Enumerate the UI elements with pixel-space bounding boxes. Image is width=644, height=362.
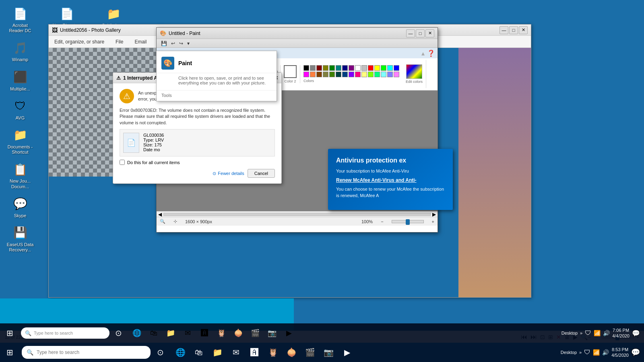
color-swatch-0[interactable]: [303, 65, 309, 71]
store-icon[interactable]: 🛍: [190, 343, 208, 361]
color-swatch-9[interactable]: [361, 65, 367, 71]
inner-amazon-icon[interactable]: 🅰: [196, 324, 213, 342]
camera-icon[interactable]: 📷: [320, 343, 337, 361]
color-swatch-18[interactable]: [323, 72, 328, 77]
explorer-icon[interactable]: 📁: [208, 343, 226, 361]
gallery-file-btn[interactable]: File: [114, 38, 125, 45]
color-swatch-20[interactable]: [336, 72, 341, 77]
color-swatch-11[interactable]: [374, 65, 380, 71]
desktop-icon-newdoc[interactable]: 📋 New Jou... Docum...: [4, 160, 36, 191]
zoom-slider[interactable]: [392, 220, 424, 223]
taskview-btn[interactable]: ⊙: [151, 343, 169, 361]
gallery-maximize-btn[interactable]: □: [509, 26, 518, 34]
color-swatch-12[interactable]: [381, 65, 386, 71]
paint-undo-quick[interactable]: ↩: [170, 40, 176, 47]
color-swatch-8[interactable]: [355, 65, 361, 71]
paint-select-icon[interactable]: ⊹: [173, 219, 177, 224]
paint-help-btn[interactable]: ❓: [427, 49, 435, 57]
paint-dropdown-quick[interactable]: ▾: [186, 40, 191, 47]
desktop-icon-acrobat[interactable]: 📄 Acrobat Reader DC: [4, 4, 36, 35]
desktop-icon-skype[interactable]: 💬 Skype: [4, 194, 36, 220]
inner-ie-icon[interactable]: 🌐: [129, 324, 145, 342]
fewer-details-btn[interactable]: ⊙ Fewer details: [213, 169, 244, 178]
amazon-icon[interactable]: 🅰: [246, 343, 263, 361]
paint-window-controls[interactable]: — □ ✕: [406, 29, 434, 37]
color-swatch-7[interactable]: [349, 65, 354, 71]
edit-colors-btn[interactable]: [406, 64, 422, 79]
mcafee-link[interactable]: Renew McAfee Anti-Virus and Anti-: [336, 177, 445, 183]
color-swatch-29[interactable]: [394, 72, 399, 77]
desktop-icon-winamp[interactable]: 🎵 Winamp: [4, 38, 36, 64]
gallery-email-btn[interactable]: Email: [133, 38, 148, 45]
color-swatch-17[interactable]: [316, 72, 322, 77]
color-swatch-13[interactable]: [387, 65, 393, 71]
media-icon[interactable]: ▶: [338, 343, 356, 361]
search-input[interactable]: [37, 350, 146, 355]
paint-zoom-icon[interactable]: 🔍: [160, 219, 165, 224]
expand-systray-btn[interactable]: »: [579, 350, 582, 355]
scrollbar-track[interactable]: [163, 213, 431, 216]
inner-mail-icon[interactable]: ✉: [180, 324, 196, 342]
paint-ribbon-toggle[interactable]: ▴: [421, 49, 425, 57]
ie-icon[interactable]: 🌐: [171, 343, 189, 361]
tor-icon[interactable]: 🧅: [283, 343, 300, 361]
desktop-icon-easeus[interactable]: 💾 EaseUS Data Recovery...: [4, 223, 36, 254]
paint-save-quick[interactable]: 💾: [160, 40, 168, 47]
paint-redo-quick[interactable]: ↪: [178, 40, 184, 47]
paint-zoom-plus[interactable]: +: [432, 219, 434, 224]
inner-store-icon[interactable]: 🛍: [146, 324, 162, 342]
color-swatch-25[interactable]: [368, 72, 374, 77]
inner-cam-icon[interactable]: 📷: [264, 324, 280, 342]
notification-center-btn[interactable]: 💬: [631, 348, 640, 357]
scroll-left-btn[interactable]: ◀: [157, 212, 163, 217]
color-swatch-6[interactable]: [342, 65, 348, 71]
start-button[interactable]: ⊞: [0, 343, 19, 362]
cancel-btn[interactable]: Cancel: [248, 169, 275, 178]
inner-vlc-icon[interactable]: 🎬: [247, 324, 263, 342]
color-swatch-15[interactable]: [303, 72, 309, 77]
color-swatch-16[interactable]: [310, 72, 316, 77]
scroll-right-btn[interactable]: ▶: [431, 212, 438, 217]
inner-media-icon[interactable]: ▶: [281, 324, 297, 342]
gallery-edit-btn[interactable]: Edit, organize, or share: [53, 38, 106, 45]
inner-start-btn[interactable]: ⊞: [0, 323, 19, 343]
paint-file-menu[interactable]: 🎨 Paint Click here to open, save, or pri…: [156, 51, 277, 101]
inner-notification-icon[interactable]: 💬: [632, 329, 640, 337]
mail-icon[interactable]: ✉: [227, 343, 245, 361]
color-swatch-26[interactable]: [374, 72, 380, 77]
color-swatch-5[interactable]: [336, 65, 341, 71]
color-swatch-19[interactable]: [329, 72, 335, 77]
inner-task-view[interactable]: ⊙: [109, 324, 127, 342]
color-swatch-3[interactable]: [323, 65, 328, 71]
paint-scrollbar-h[interactable]: ◀ ▶: [157, 211, 438, 217]
color-swatch-2[interactable]: [316, 65, 322, 71]
color-swatch-14[interactable]: [394, 65, 399, 71]
mcafee-popup[interactable]: Antivirus protection ex Your subscriptio…: [328, 149, 453, 210]
paint-zoom-minus[interactable]: −: [381, 219, 383, 224]
gallery-window-controls[interactable]: — □ ✕: [500, 26, 528, 34]
inner-search-bar[interactable]: 🔍 Type here to search: [21, 327, 109, 339]
color-swatch-21[interactable]: [342, 72, 348, 77]
paint-maximize-btn[interactable]: □: [416, 29, 425, 37]
desktop-icon-documents[interactable]: 📁 Documents - Shortcut: [4, 125, 36, 156]
color-swatch-4[interactable]: [329, 65, 335, 71]
inner-tripadvisor-icon[interactable]: 🦉: [213, 324, 229, 342]
color-swatch-23[interactable]: [355, 72, 361, 77]
inner-expand-icon[interactable]: »: [580, 331, 582, 335]
paint-minimize-btn[interactable]: —: [406, 29, 415, 37]
desktop-icon-multiplier[interactable]: ⬛ Multiplie...: [4, 68, 36, 93]
color-swatch-1[interactable]: [310, 65, 316, 71]
color-swatch-22[interactable]: [349, 72, 354, 77]
taskbar-search[interactable]: 🔍: [22, 346, 151, 359]
inner-tor-icon[interactable]: 🧅: [230, 324, 246, 342]
gallery-close-btn[interactable]: ✕: [519, 26, 528, 34]
tripadvisor-icon[interactable]: 🦉: [264, 343, 282, 361]
desktop-icon-avg[interactable]: 🛡 AVG: [4, 97, 36, 122]
color-swatch-10[interactable]: [368, 65, 374, 71]
color-swatch-28[interactable]: [387, 72, 393, 77]
color-swatch-27[interactable]: [381, 72, 386, 77]
inner-explorer-icon[interactable]: 📁: [163, 324, 179, 342]
error-checkbox[interactable]: [120, 160, 125, 165]
gallery-minimize-btn[interactable]: —: [500, 26, 508, 34]
vlc-taskbar-icon[interactable]: 🎬: [301, 343, 319, 361]
